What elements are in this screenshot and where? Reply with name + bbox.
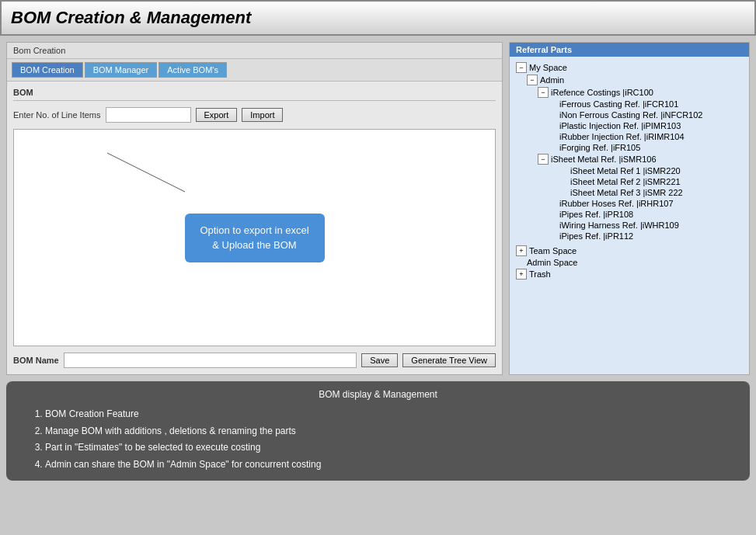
tree-item-label-0: iFerrous Casting Ref. |iFCR101 (559, 99, 678, 109)
tree-item-6[interactable]: iSheet Metal Ref 1 |iSMR220 (513, 165, 746, 176)
tree-item-12[interactable]: iPipes Ref. |iPR112 (513, 231, 746, 241)
tree-item-trash[interactable]: + Trash (513, 268, 746, 280)
bom-creation-section-label: Bom Creation (13, 46, 65, 55)
tree-item-admin-space[interactable]: Admin Space (513, 257, 746, 268)
admin-space-label: Admin Space (527, 258, 577, 267)
tree-item-8[interactable]: iSheet Metal Ref 3 |iSMR 222 (513, 187, 746, 198)
tree-item-admin[interactable]: − Admin (513, 74, 746, 86)
bottom-panel-title: BOM display & Management (30, 389, 726, 400)
my-space-label: My Space (529, 63, 567, 72)
import-button[interactable]: Import (242, 108, 283, 122)
tree-item-7[interactable]: iSheet Metal Ref 2 |iSMR221 (513, 176, 746, 187)
save-button[interactable]: Save (361, 353, 398, 367)
tooltip-text: Option to export in excel & Upload the B… (200, 224, 308, 252)
svg-line-0 (107, 153, 185, 192)
tree-item-0[interactable]: iFerrous Casting Ref. |iFCR101 (513, 99, 746, 109)
tree-item-label-3: iRubber Injection Ref. |iRIMR104 (559, 132, 685, 141)
tree-item-label-12: iPipes Ref. |iPR112 (559, 231, 633, 241)
tree-item-irefence[interactable]: − iRefence Costings |iRC100 (513, 86, 746, 99)
tree-item-label-7: iSheet Metal Ref 2 |iSMR221 (570, 177, 681, 186)
irefence-toggle[interactable]: − (538, 87, 549, 98)
line-items-input[interactable] (106, 107, 191, 123)
tree-item-label-6: iSheet Metal Ref 1 |iSMR220 (570, 166, 681, 175)
tree-item-label-11: iWiring Harness Ref. |iWHR109 (559, 221, 679, 230)
line-items-row: Enter No. of Line Items Export Import (13, 107, 496, 123)
admin-toggle[interactable]: − (527, 75, 538, 85)
tree-item-3[interactable]: iRubber Injection Ref. |iRIMR104 (513, 131, 746, 142)
tooltip-arrow-svg (61, 145, 239, 207)
tree-item-4[interactable]: iForging Ref. |iFR105 (513, 142, 746, 153)
tree-item-my-space[interactable]: − My Space (513, 61, 746, 74)
sheet-metal-toggle[interactable]: − (538, 154, 549, 165)
tab-bom-manager[interactable]: BOM Manager (85, 62, 158, 78)
my-space-toggle[interactable]: − (516, 62, 527, 73)
bottom-list-item-0: BOM Creation Feature (45, 406, 726, 423)
trash-label: Trash (529, 269, 551, 279)
tree-item-label-4: iForging Ref. |iFR105 (559, 143, 640, 152)
tab-bom-creation[interactable]: BOM Creation (12, 62, 83, 78)
tree-item-1[interactable]: iNon Ferrous Casting Ref. |iNFCR102 (513, 109, 746, 120)
tree-item-5[interactable]: − iSheet Metal Ref. |iSMR106 (513, 153, 746, 165)
team-space-label: Team Space (529, 246, 577, 255)
tree-item-9[interactable]: iRubber Hoses Ref. |iRHR107 (513, 198, 746, 209)
tree-container: − My Space − Admin − iRefence Costings |… (510, 57, 749, 285)
bom-name-input[interactable] (64, 353, 357, 368)
left-panel: Bom Creation BOM Creation BOM Manager Ac… (6, 42, 503, 375)
tree-item-11[interactable]: iWiring Harness Ref. |iWHR109 (513, 220, 746, 231)
trash-toggle[interactable]: + (516, 269, 527, 280)
tree-item-team-space[interactable]: + Team Space (513, 245, 746, 257)
admin-label: Admin (540, 75, 564, 85)
export-button[interactable]: Export (196, 108, 238, 122)
tree-item-label-9: iRubber Hoses Ref. |iRHR107 (559, 199, 674, 208)
bottom-list-item-1: Manage BOM with additions , deletions & … (45, 423, 726, 440)
bottom-panel: BOM display & Management BOM Creation Fe… (6, 381, 750, 481)
bom-bottom-row: BOM Name Save Generate Tree View (13, 353, 496, 368)
right-panel: Referral Parts − My Space − Admin − iRef… (509, 42, 750, 375)
bottom-list: BOM Creation Feature Manage BOM with add… (30, 406, 726, 473)
referral-parts-header: Referral Parts (510, 43, 749, 57)
line-items-label: Enter No. of Line Items (13, 110, 101, 120)
generate-tree-button[interactable]: Generate Tree View (402, 353, 496, 367)
bottom-list-item-3: Admin can share the BOM in "Admin Space"… (45, 457, 726, 474)
tree-item-label-1: iNon Ferrous Casting Ref. |iNFCR102 (559, 110, 702, 120)
bottom-list-item-2: Part in "Estimates" to be selected to ex… (45, 439, 726, 457)
team-space-toggle[interactable]: + (516, 245, 527, 256)
bom-creation-header: Bom Creation (7, 43, 502, 59)
tree-item-10[interactable]: iPipes Ref. |iPR108 (513, 209, 746, 220)
tree-item-label-5: iSheet Metal Ref. |iSMR106 (551, 155, 657, 164)
bom-name-label: BOM Name (13, 356, 59, 365)
tree-item-label-10: iPipes Ref. |iPR108 (559, 210, 633, 219)
bom-section-label: BOM (13, 88, 496, 101)
bom-section: BOM Enter No. of Line Items Export Impor… (7, 82, 502, 374)
tab-active-boms[interactable]: Active BOM's (159, 62, 227, 78)
bom-main-area: Option to export in excel & Upload the B… (13, 129, 496, 346)
app-container: BOM Creation & Management Bom Creation B… (0, 0, 756, 535)
tooltip-callout: Option to export in excel & Upload the B… (185, 214, 325, 262)
page-title: BOM Creation & Management (11, 8, 745, 28)
main-content: Bom Creation BOM Creation BOM Manager Ac… (0, 36, 756, 381)
title-bar: BOM Creation & Management (0, 0, 756, 36)
irefence-label: iRefence Costings |iRC100 (551, 88, 653, 97)
tab-bar: BOM Creation BOM Manager Active BOM's (7, 59, 502, 82)
tree-item-label-8: iSheet Metal Ref 3 |iSMR 222 (570, 188, 683, 197)
tree-item-2[interactable]: iPlastic Injection Ref. |iPIMR103 (513, 120, 746, 131)
tree-item-label-2: iPlastic Injection Ref. |iPIMR103 (559, 121, 681, 130)
